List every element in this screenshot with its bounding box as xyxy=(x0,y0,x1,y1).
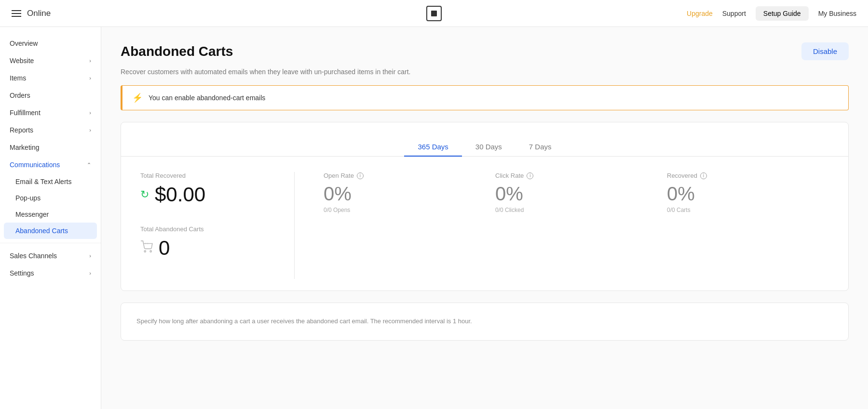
click-rate-value: 0% xyxy=(495,183,648,205)
tab-365-days[interactable]: 365 Days xyxy=(404,138,461,157)
sidebar-item-reports[interactable]: Reports › xyxy=(0,121,101,139)
nav-left: Online xyxy=(12,9,51,18)
open-rate-sub: 0/0 Opens xyxy=(324,207,476,213)
svg-point-0 xyxy=(144,251,146,252)
chevron-down-icon: › xyxy=(89,127,91,133)
my-business-link[interactable]: My Business xyxy=(818,10,856,17)
sidebar: Overview Website › Items › Orders Fulfil… xyxy=(0,27,101,409)
sidebar-item-sales-channels[interactable]: Sales Channels › xyxy=(0,247,101,264)
chevron-down-icon: › xyxy=(89,75,91,81)
layout: Overview Website › Items › Orders Fulfil… xyxy=(0,27,868,409)
divider xyxy=(0,243,101,243)
lightning-icon: ⚡ xyxy=(132,92,143,103)
square-logo xyxy=(426,6,442,21)
total-carts-label: Total Abandoned Carts xyxy=(140,225,275,233)
stats-left: Total Recovered ↻ $0.00 Total Abandoned … xyxy=(140,172,295,279)
sidebar-item-fulfillment[interactable]: Fulfillment › xyxy=(0,104,101,121)
bottom-card: Specify how long after abandoning a cart… xyxy=(121,303,849,341)
recovered-value: 0% xyxy=(667,183,819,205)
square-logo-inner xyxy=(431,11,437,16)
click-rate-info-icon[interactable]: i xyxy=(527,172,533,179)
support-link[interactable]: Support xyxy=(722,10,746,17)
click-rate-metric: Click Rate i 0% 0/0 Clicked xyxy=(486,172,657,279)
page-header: Abandoned Carts Disable xyxy=(121,42,849,60)
alert-banner: ⚡ You can enable abandoned-cart emails xyxy=(121,85,849,110)
sidebar-item-marketing[interactable]: Marketing xyxy=(0,139,101,156)
stats-grid: Total Recovered ↻ $0.00 Total Abandoned … xyxy=(121,172,848,279)
disable-button[interactable]: Disable xyxy=(801,42,849,60)
chevron-down-icon: › xyxy=(89,253,91,259)
sidebar-sub-item-popups[interactable]: Pop-ups xyxy=(0,190,101,206)
hamburger-icon[interactable] xyxy=(12,10,21,17)
tab-30-days[interactable]: 30 Days xyxy=(462,138,515,157)
click-rate-sub: 0/0 Clicked xyxy=(495,207,648,213)
stats-card: 365 Days 30 Days 7 Days Total Recovered … xyxy=(121,122,849,291)
open-rate-metric: Open Rate i 0% 0/0 Opens xyxy=(314,172,486,279)
recovered-sub: 0/0 Carts xyxy=(667,207,819,213)
total-recovered-value-row: ↻ $0.00 xyxy=(140,183,275,206)
chevron-down-icon: › xyxy=(89,110,91,116)
bottom-card-text: Specify how long after abandoning a cart… xyxy=(136,317,833,327)
total-carts-value: 0 xyxy=(159,237,170,260)
nav-right: Upgrade Support Setup Guide My Business xyxy=(687,6,856,21)
nav-center xyxy=(426,6,442,21)
page-description: Recover customers with automated emails … xyxy=(121,68,849,76)
sidebar-item-items[interactable]: Items › xyxy=(0,69,101,87)
sidebar-sub-item-messenger[interactable]: Messenger xyxy=(0,206,101,223)
open-rate-label: Open Rate i xyxy=(324,172,476,179)
tabs-row: 365 Days 30 Days 7 Days xyxy=(121,138,848,157)
recovered-metric: Recovered i 0% 0/0 Carts xyxy=(657,172,829,279)
recovered-info-icon[interactable]: i xyxy=(700,172,707,179)
open-rate-info-icon[interactable]: i xyxy=(357,172,364,179)
cart-icon xyxy=(140,240,153,256)
total-carts-value-row: 0 xyxy=(140,237,275,260)
chevron-up-icon: ⌃ xyxy=(87,162,91,168)
page-title: Abandoned Carts xyxy=(121,44,233,59)
total-recovered-block: Total Recovered ↻ $0.00 xyxy=(140,172,275,206)
sidebar-item-settings[interactable]: Settings › xyxy=(0,264,101,282)
total-recovered-label: Total Recovered xyxy=(140,172,275,179)
sidebar-item-overview[interactable]: Overview xyxy=(0,35,101,52)
sidebar-item-communications[interactable]: Communications ⌃ xyxy=(0,156,101,173)
sidebar-sub-item-email-text[interactable]: Email & Text Alerts xyxy=(0,173,101,190)
refresh-icon: ↻ xyxy=(140,188,149,201)
chevron-down-icon: › xyxy=(89,58,91,64)
sidebar-item-website[interactable]: Website › xyxy=(0,52,101,69)
sidebar-item-orders[interactable]: Orders xyxy=(0,87,101,104)
tab-7-days[interactable]: 7 Days xyxy=(515,138,565,157)
click-rate-label: Click Rate i xyxy=(495,172,648,179)
recovered-label: Recovered i xyxy=(667,172,819,179)
main-content: Abandoned Carts Disable Recover customer… xyxy=(101,27,868,409)
stats-right: Open Rate i 0% 0/0 Opens Click Rate i 0% xyxy=(295,172,829,279)
upgrade-link[interactable]: Upgrade xyxy=(687,10,713,17)
svg-point-1 xyxy=(150,251,151,252)
chevron-down-icon: › xyxy=(89,270,91,276)
top-nav: Online Upgrade Support Setup Guide My Bu… xyxy=(0,0,868,27)
sidebar-sub-item-abandoned-carts[interactable]: Abandoned Carts xyxy=(4,223,97,239)
total-carts-block: Total Abandoned Carts 0 xyxy=(140,225,275,260)
open-rate-value: 0% xyxy=(324,183,476,205)
total-recovered-value: $0.00 xyxy=(155,183,205,206)
app-name: Online xyxy=(27,9,51,18)
alert-text: You can enable abandoned-cart emails xyxy=(149,94,265,102)
setup-guide-button[interactable]: Setup Guide xyxy=(756,6,809,21)
